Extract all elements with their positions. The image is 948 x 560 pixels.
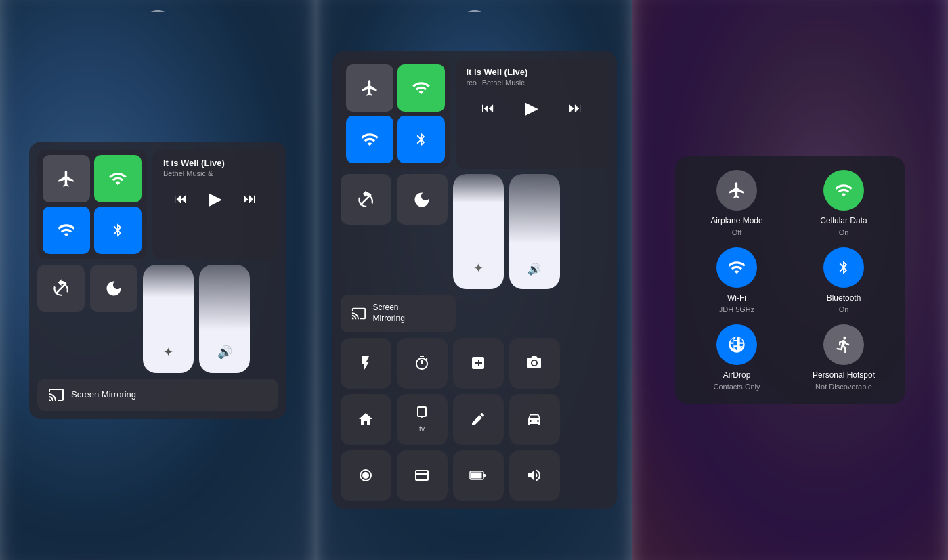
- notch-indicator-center: [465, 8, 485, 12]
- app-grid-center: tv: [341, 338, 560, 501]
- airplane-label: Airplane Mode: [710, 216, 762, 225]
- network-grid: Airplane Mode Off Cellular Data On: [689, 170, 892, 391]
- bluetooth-circle[interactable]: [823, 247, 864, 288]
- car-icon: [526, 411, 542, 427]
- panel-right: Airplane Mode Off Cellular Data On: [632, 0, 948, 560]
- wifi-icon-center: [360, 130, 379, 149]
- network-item-cellular: Cellular Data On: [796, 170, 892, 236]
- cellular-circle[interactable]: [823, 170, 864, 211]
- wifi-sublabel: JDH 5GHz: [719, 305, 755, 314]
- music-title-left: It is Well (Live): [163, 158, 267, 168]
- cellular-btn-center[interactable]: [397, 64, 445, 112]
- carplay-btn[interactable]: [509, 394, 560, 445]
- bluetooth-btn-center[interactable]: [397, 116, 445, 163]
- rotation-lock-btn-center[interactable]: [341, 174, 391, 225]
- flashlight-icon: [358, 355, 374, 371]
- airdrop-label: AirDrop: [723, 370, 751, 380]
- volume-slider-left[interactable]: 🔊: [199, 265, 250, 373]
- control-center-center: It is Well (Live) rco Bethel Music ⏮ ▶ ⏭: [332, 51, 617, 509]
- panel-left: It is Well (Live) Bethel Music & ⏮ ▶ ⏭: [0, 0, 316, 560]
- wifi-circle[interactable]: [716, 247, 757, 288]
- notch-indicator-left: [148, 8, 168, 12]
- do-not-disturb-btn-center[interactable]: [397, 174, 448, 225]
- wallet-btn[interactable]: [397, 450, 448, 501]
- airplane-mode-btn[interactable]: [43, 155, 90, 202]
- moon-icon-left: [104, 279, 123, 298]
- record-icon: [358, 467, 374, 483]
- bluetooth-label: Bluetooth: [827, 293, 861, 303]
- airplane-icon: [57, 169, 76, 188]
- flashlight-btn[interactable]: [341, 338, 391, 389]
- music-controls-center: ⏮ ▶ ⏭: [467, 95, 598, 121]
- screen-mirror-icon-center: [351, 306, 366, 321]
- appletv-icon: [414, 405, 430, 421]
- screen-mirroring-label-left: Screen Mirroring: [71, 389, 136, 400]
- do-not-disturb-btn-left[interactable]: [90, 265, 137, 312]
- airplane-mode-btn-center[interactable]: [346, 64, 393, 112]
- wifi-btn-center[interactable]: [346, 116, 393, 163]
- cellular-btn[interactable]: [94, 155, 142, 202]
- calculator-btn[interactable]: [453, 338, 504, 389]
- volume-slider-center[interactable]: 🔊: [509, 174, 560, 289]
- bluetooth-icon-right: [836, 258, 851, 277]
- brightness-icon-center: ✦: [473, 261, 483, 276]
- screen-record-btn[interactable]: [341, 450, 391, 501]
- camera-btn[interactable]: [509, 338, 560, 389]
- home-btn[interactable]: [341, 394, 391, 445]
- forward-btn-left[interactable]: ⏭: [238, 188, 262, 209]
- hotspot-circle[interactable]: [823, 324, 864, 365]
- svg-point-0: [532, 361, 536, 365]
- bluetooth-icon-center: [414, 130, 429, 149]
- cellular-sublabel: On: [839, 228, 849, 236]
- bluetooth-btn-left[interactable]: [94, 207, 142, 254]
- volume-icon-center: 🔊: [527, 263, 541, 276]
- svg-rect-4: [483, 474, 486, 477]
- airdrop-icon: [727, 335, 746, 354]
- cellular-icon-right: [834, 181, 853, 200]
- brightness-slider-left[interactable]: ✦: [143, 265, 194, 373]
- moon-icon-center: [412, 190, 431, 209]
- camera-icon: [526, 355, 542, 371]
- cellular-icon-center: [412, 79, 431, 98]
- battery-btn[interactable]: [453, 450, 504, 501]
- music-artist2-center: Bethel Music: [482, 79, 525, 87]
- notes-btn[interactable]: [453, 394, 504, 445]
- notes-icon: [470, 411, 486, 427]
- screen-mirroring-btn-center[interactable]: ScreenMirroring: [341, 295, 456, 332]
- calculator-icon: [470, 355, 486, 371]
- music-widget-center: It is Well (Live) rco Bethel Music ⏮ ▶ ⏭: [456, 59, 609, 169]
- airdrop-sublabel: Contacts Only: [713, 383, 760, 391]
- wifi-icon-right: [727, 258, 746, 277]
- battery-icon: [469, 467, 487, 483]
- play-btn-center[interactable]: ▶: [519, 95, 544, 121]
- timer-icon: [414, 355, 430, 371]
- connectivity-block-left: [37, 150, 147, 259]
- panel-center: It is Well (Live) rco Bethel Music ⏮ ▶ ⏭: [316, 0, 632, 560]
- timer-btn[interactable]: [397, 338, 448, 389]
- appletv-btn[interactable]: tv: [397, 394, 448, 445]
- bluetooth-icon-left: [110, 221, 125, 240]
- airplane-sublabel: Off: [732, 228, 741, 236]
- shazam-btn[interactable]: [509, 450, 560, 501]
- music-artist1-center: rco: [467, 79, 477, 87]
- airdrop-circle[interactable]: [716, 324, 757, 365]
- soundwave-icon: [526, 467, 542, 483]
- brightness-icon-left: ✦: [163, 345, 173, 360]
- rewind-btn-center[interactable]: ⏮: [476, 98, 500, 119]
- screen-mirroring-btn-left[interactable]: Screen Mirroring: [37, 379, 278, 411]
- brightness-slider-center[interactable]: ✦: [453, 174, 504, 289]
- network-item-airplane: Airplane Mode Off: [689, 170, 785, 236]
- play-btn-left[interactable]: ▶: [203, 186, 228, 212]
- hotspot-label: Personal Hotspot: [813, 370, 875, 380]
- wifi-btn-left[interactable]: [43, 207, 90, 254]
- volume-icon-left: 🔊: [217, 345, 232, 360]
- airplane-mode-circle[interactable]: [716, 170, 757, 211]
- music-widget-left: It is Well (Live) Bethel Music & ⏮ ▶ ⏭: [152, 150, 278, 259]
- hotspot-sublabel: Not Discoverable: [815, 383, 872, 391]
- forward-btn-center[interactable]: ⏭: [563, 98, 588, 119]
- rewind-btn-left[interactable]: ⏮: [169, 188, 193, 209]
- rotation-lock-btn-left[interactable]: [37, 265, 85, 312]
- network-item-bluetooth: Bluetooth On: [796, 247, 892, 314]
- music-controls-left: ⏮ ▶ ⏭: [163, 186, 267, 212]
- wifi-icon-left: [57, 221, 76, 240]
